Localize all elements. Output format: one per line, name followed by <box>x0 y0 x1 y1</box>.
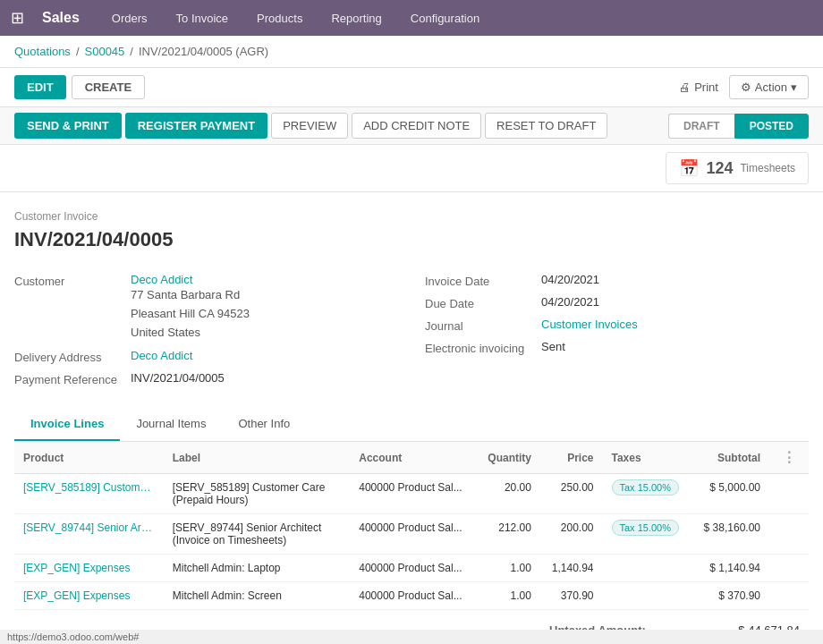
right-fields: Invoice Date 04/20/2021 Due Date 04/20/2… <box>425 269 809 390</box>
status-bar-buttons: SEND & PRINT REGISTER PAYMENT PREVIEW AD… <box>14 113 607 139</box>
col-account: Account <box>350 442 476 474</box>
tax-badge[interactable]: Tax 15.00% <box>612 520 679 536</box>
fields-grid: Customer Deco Addict 77 Santa Barbara Rd… <box>14 269 809 390</box>
nav-orders[interactable]: Orders <box>106 3 153 34</box>
calendar-icon: 📅 <box>679 158 699 178</box>
preview-button[interactable]: PREVIEW <box>271 113 348 139</box>
nav-reporting[interactable]: Reporting <box>326 3 386 34</box>
electronic-invoicing-value: Sent <box>541 340 565 353</box>
nav-products[interactable]: Products <box>251 3 308 34</box>
cell-account: 400000 Product Sal... <box>350 555 476 582</box>
cell-price: 250.00 <box>540 474 603 514</box>
journal-value: Customer Invoices <box>541 318 638 331</box>
cell-account: 400000 Product Sal... <box>350 514 476 555</box>
cell-subtotal: $ 370.90 <box>691 582 769 610</box>
cell-quantity: 20.00 <box>476 474 540 514</box>
badge-posted[interactable]: POSTED <box>734 114 809 139</box>
cell-subtotal: $ 5,000.00 <box>691 474 769 514</box>
address-line3: United States <box>131 324 250 343</box>
table-row: [EXP_GEN] Expenses Mitchell Admin: Scree… <box>14 582 809 610</box>
tab-other-info[interactable]: Other Info <box>222 408 306 441</box>
chevron-down-icon: ▾ <box>791 80 797 94</box>
cell-price: 1,140.94 <box>540 555 603 582</box>
customer-address: 77 Santa Barbara Rd Pleasant Hill CA 945… <box>131 286 250 342</box>
action-bar: EDIT CREATE 🖨 Print ⚙ Action ▾ <box>0 68 823 107</box>
badge-draft[interactable]: DRAFT <box>668 114 734 139</box>
print-label: Print <box>694 80 718 94</box>
invoice-date-label: Invoice Date <box>425 273 541 288</box>
due-date-label: Due Date <box>425 295 541 310</box>
status-bar: SEND & PRINT REGISTER PAYMENT PREVIEW AD… <box>0 107 823 145</box>
add-credit-note-button[interactable]: ADD CREDIT NOTE <box>352 113 481 139</box>
cell-quantity: 212.00 <box>476 514 540 555</box>
customer-field: Customer Deco Addict 77 Santa Barbara Rd… <box>14 269 398 345</box>
cell-quantity: 1.00 <box>476 555 540 582</box>
invoice-date-field: Invoice Date 04/20/2021 <box>425 269 809 292</box>
nav-to-invoice[interactable]: To Invoice <box>171 3 234 34</box>
due-date-value: 04/20/2021 <box>541 295 599 309</box>
breadcrumb-s00045[interactable]: S00045 <box>85 45 125 58</box>
create-button[interactable]: CREATE <box>72 75 145 99</box>
customer-label: Customer <box>14 273 131 288</box>
cell-taxes <box>603 555 692 582</box>
breadcrumb-current: INV/2021/04/0005 (AGR) <box>139 45 268 58</box>
brand-name: Sales <box>42 10 80 26</box>
calendar-widget-bar: 📅 124 Timesheets <box>0 145 823 192</box>
print-button[interactable]: 🖨 Print <box>679 80 718 94</box>
delivery-address-link[interactable]: Deco Addict <box>131 349 192 362</box>
customer-link[interactable]: Deco Addict <box>131 273 192 286</box>
delivery-address-label: Delivery Address <box>14 349 131 364</box>
electronic-invoicing-label: Electronic invoicing <box>425 340 541 355</box>
cell-label: Mitchell Admin: Screen <box>164 582 350 610</box>
tab-journal-items[interactable]: Journal Items <box>120 408 222 441</box>
grid-icon[interactable]: ⊞ <box>11 8 24 28</box>
due-date-field: Due Date 04/20/2021 <box>425 292 809 314</box>
timesheets-label: Timesheets <box>740 162 795 174</box>
col-subtotal: Subtotal <box>691 442 769 474</box>
send-print-button[interactable]: SEND & PRINT <box>14 113 122 139</box>
cell-label: Mitchell Admin: Laptop <box>164 555 350 582</box>
invoice-table: Product Label Account Quantity Price Tax… <box>14 442 809 610</box>
gear-icon: ⚙ <box>741 80 751 94</box>
action-label: Action <box>755 80 787 94</box>
col-product: Product <box>14 442 164 474</box>
breadcrumb: Quotations / S00045 / INV/2021/04/0005 (… <box>0 36 823 68</box>
payment-reference-field: Payment Reference INV/2021/04/0005 <box>14 368 398 390</box>
electronic-invoicing-field: Electronic invoicing Sent <box>425 336 809 359</box>
timesheets-widget[interactable]: 📅 124 Timesheets <box>666 152 809 184</box>
col-taxes: Taxes <box>603 442 692 474</box>
tab-invoice-lines[interactable]: Invoice Lines <box>14 408 120 441</box>
col-price: Price <box>540 442 603 474</box>
reset-to-draft-button[interactable]: RESET TO DRAFT <box>485 113 607 139</box>
register-payment-button[interactable]: REGISTER PAYMENT <box>125 113 267 139</box>
delivery-address-value: Deco Addict <box>131 349 192 362</box>
cell-label: [SERV_585189] Customer Care (Prepaid Hou… <box>164 474 350 514</box>
cell-price: 370.90 <box>540 582 603 610</box>
cell-product: [EXP_GEN] Expenses <box>14 555 164 582</box>
address-line1: 77 Santa Barbara Rd <box>131 286 250 305</box>
breadcrumb-quotations[interactable]: Quotations <box>14 45 71 58</box>
nav-configuration[interactable]: Configuration <box>405 3 485 34</box>
table-options-icon[interactable]: ⋮ <box>778 450 800 465</box>
customer-value: Deco Addict 77 Santa Barbara Rd Pleasant… <box>131 273 250 342</box>
address-line2: Pleasant Hill CA 94523 <box>131 305 250 324</box>
left-fields: Customer Deco Addict 77 Santa Barbara Rd… <box>14 269 398 390</box>
cell-quantity: 1.00 <box>476 582 540 610</box>
action-bar-right: 🖨 Print ⚙ Action ▾ <box>679 75 809 99</box>
url-bar: https://demo3.odoo.com/web# <box>0 630 823 644</box>
tax-badge[interactable]: Tax 15.00% <box>612 479 679 496</box>
tabs-bar: Invoice Lines Journal Items Other Info <box>14 408 809 442</box>
journal-link[interactable]: Customer Invoices <box>541 318 638 331</box>
status-badges: DRAFT POSTED <box>668 114 809 139</box>
table-row: [EXP_GEN] Expenses Mitchell Admin: Lapto… <box>14 555 809 582</box>
print-icon: 🖨 <box>679 80 691 94</box>
timesheets-count: 124 <box>706 159 733 178</box>
payment-reference-value: INV/2021/04/0005 <box>131 371 225 385</box>
edit-button[interactable]: EDIT <box>14 75 66 99</box>
action-button[interactable]: ⚙ Action ▾ <box>729 75 809 99</box>
cell-taxes <box>603 582 692 610</box>
cell-price: 200.00 <box>540 514 603 555</box>
cell-product: [SERV_585189] Customer Care (Pre... <box>14 474 164 514</box>
cell-product: [SERV_89744] Senior Architect (Invoi... <box>14 514 164 555</box>
main-form: Customer Invoice INV/2021/04/0005 Custom… <box>0 192 823 644</box>
